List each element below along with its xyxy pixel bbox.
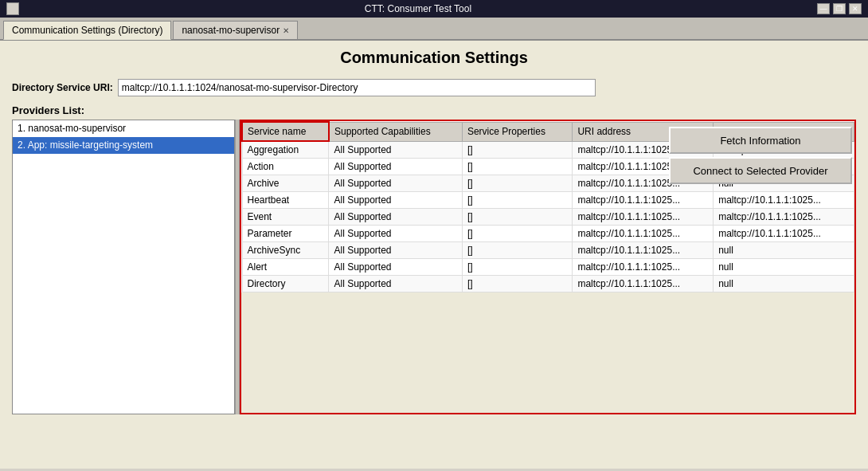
table-row[interactable]: ArchiveSyncAll Supported[]maltcp://10.1.… [242,242,854,259]
col-service-name: Service name [242,122,329,141]
window-title: CTT: Consumer Test Tool [19,3,817,14]
window-controls: — ❐ ✕ [817,3,862,14]
buttons-area: Fetch Information Connect to Selected Pr… [669,127,852,184]
table-row[interactable]: ParameterAll Supported[]maltcp://10.1.1.… [242,226,854,242]
title-bar: CTT: Consumer Test Tool — ❐ ✕ [0,0,868,18]
tab-communication-settings[interactable]: Communication Settings (Directory) [3,21,171,40]
tab-close-icon[interactable]: ✕ [283,26,289,35]
connect-button[interactable]: Connect to Selected Provider [669,157,852,184]
provider-item-2[interactable]: 2. App: missile-targeting-system [13,137,234,154]
close-button[interactable]: ✕ [849,3,862,14]
col-capabilities: Supported Capabilities [329,122,462,141]
table-row[interactable]: HeartbeatAll Supported[]maltcp://10.1.1.… [242,192,854,209]
uri-row: Directory Service URI: [12,79,856,96]
main-content: Communication Settings Directory Service… [0,41,868,469]
page-title: Communication Settings [12,49,856,67]
providers-list: 1. nanosat-mo-supervisor 2. App: missile… [12,120,235,414]
tab-nanosat[interactable]: nanosat-mo-supervisor ✕ [173,21,298,39]
uri-label: Directory Service URI: [12,82,113,93]
providers-label: Providers List: [12,104,856,116]
table-row[interactable]: DirectoryAll Supported[]maltcp://10.1.1.… [242,276,854,292]
table-row[interactable]: AlertAll Supported[]maltcp://10.1.1.1:10… [242,259,854,276]
restore-button[interactable]: ❐ [833,3,846,14]
providers-left: 1. nanosat-mo-supervisor 2. App: missile… [12,120,235,414]
provider-item-1[interactable]: 1. nanosat-mo-supervisor [13,120,234,137]
table-row[interactable]: EventAll Supported[]maltcp://10.1.1.1:10… [242,209,854,226]
minimize-button[interactable]: — [817,3,830,14]
app-icon [6,2,19,15]
col-properties: Service Properties [462,122,572,141]
tab-bar: Communication Settings (Directory) nanos… [0,18,868,41]
uri-input[interactable] [118,79,596,96]
fetch-button[interactable]: Fetch Information [669,127,852,154]
